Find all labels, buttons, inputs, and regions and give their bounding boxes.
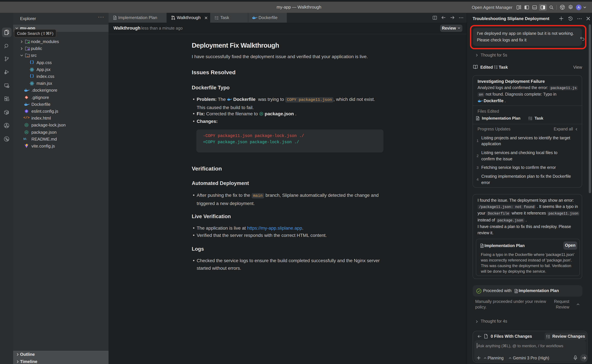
svg-text:JS: JS [25, 131, 27, 133]
svg-text:</>: </> [27, 56, 30, 58]
svg-text:JS: JS [260, 113, 262, 115]
svg-text:JS: JS [25, 124, 27, 126]
